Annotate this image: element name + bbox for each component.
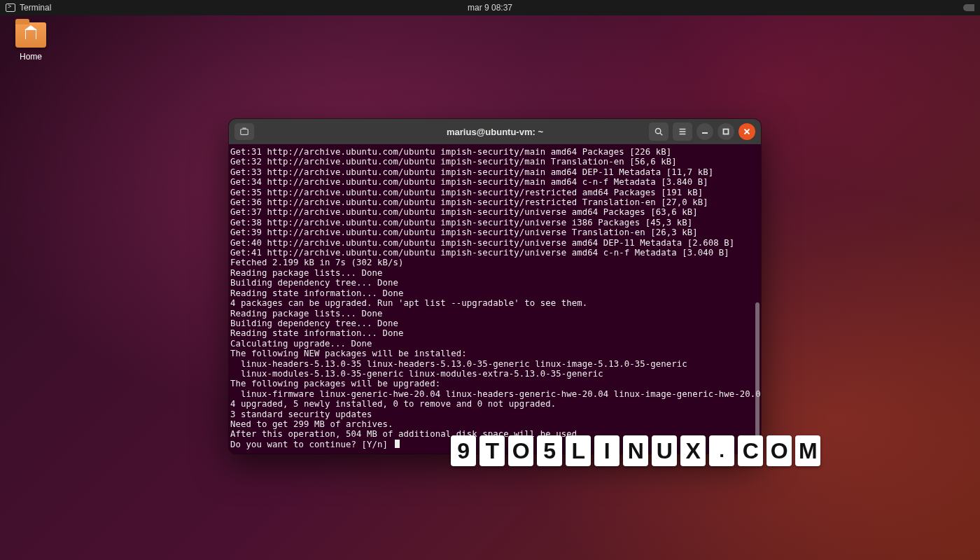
minimize-button[interactable] <box>696 123 713 140</box>
svg-rect-2 <box>724 130 729 134</box>
menu-button[interactable] <box>673 122 692 141</box>
terminal-scrollbar[interactable] <box>755 302 760 449</box>
hamburger-icon <box>678 127 687 136</box>
watermark-char: O <box>766 435 792 466</box>
watermark-char: L <box>566 435 591 466</box>
watermark-char: I <box>594 435 620 466</box>
watermark-char: 9 <box>451 435 476 466</box>
top-panel-app-label: Terminal <box>20 3 51 13</box>
top-panel-tray[interactable] <box>963 4 974 11</box>
svg-rect-0 <box>241 130 248 135</box>
watermark-char: U <box>652 435 677 466</box>
close-button[interactable] <box>738 123 755 140</box>
new-tab-icon <box>239 127 249 136</box>
watermark-char: M <box>795 435 820 466</box>
home-folder-icon <box>15 22 46 48</box>
close-icon <box>743 128 750 135</box>
desktop-icon-home-label: Home <box>10 52 52 62</box>
watermark-char: 5 <box>537 435 562 466</box>
top-panel-clock[interactable]: mar 9 08:37 <box>468 3 512 13</box>
maximize-icon <box>722 128 729 135</box>
watermark-char: X <box>680 435 706 466</box>
terminal-body[interactable]: Get:31 http://archive.ubuntu.com/ubuntu … <box>229 144 761 454</box>
watermark-char: T <box>479 435 505 466</box>
terminal-icon <box>6 4 15 12</box>
top-panel: Terminal mar 9 08:37 <box>0 0 980 15</box>
new-tab-button[interactable] <box>234 123 254 140</box>
search-button[interactable] <box>649 122 668 141</box>
terminal-titlebar[interactable]: marius@ubuntu-vm: ~ <box>229 119 761 144</box>
watermark-char: C <box>738 435 763 466</box>
terminal-window: marius@ubuntu-vm: ~ Get:31 http://archiv… <box>229 119 761 454</box>
top-panel-app[interactable]: Terminal <box>6 3 51 13</box>
desktop-icon-home[interactable]: Home <box>10 22 52 62</box>
minimize-icon <box>701 128 708 135</box>
terminal-cursor <box>395 440 400 448</box>
terminal-title: marius@ubuntu-vm: ~ <box>447 127 543 137</box>
watermark-char: O <box>508 435 533 466</box>
maximize-button[interactable] <box>718 123 734 140</box>
watermark-char: N <box>623 435 648 466</box>
svg-point-1 <box>655 128 660 133</box>
watermark: 9TO5LINUX.COM <box>451 435 820 466</box>
watermark-char: . <box>709 435 734 466</box>
search-icon <box>654 127 664 136</box>
system-tray-icon <box>963 4 974 11</box>
terminal-output: Get:31 http://archive.ubuntu.com/ubuntu … <box>230 147 760 449</box>
